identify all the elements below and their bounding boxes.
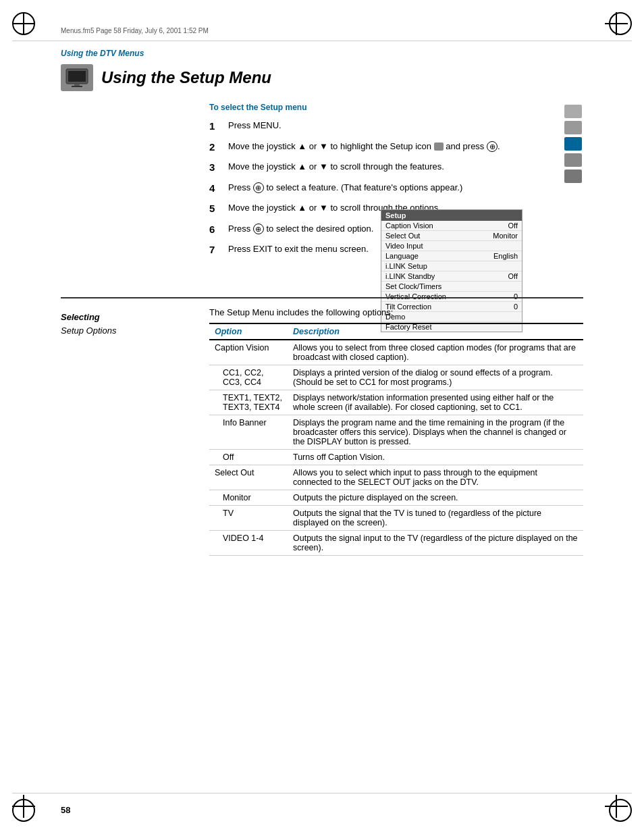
table-row: VIDEO 1-4 Outputs the signal input to th…	[209, 531, 583, 556]
corner-tr	[605, 12, 632, 39]
menu-icon-4	[564, 153, 582, 167]
step-4: 4 Press ⊕ to select a feature. (That fea…	[209, 181, 583, 197]
table-row: Select Out Allows you to select which in…	[209, 465, 583, 490]
desc-tv: Outputs the signal that the TV is tuned …	[288, 506, 583, 531]
menu-icon-2	[564, 121, 582, 134]
option-cc1: CC1, CC2,CC3, CC4	[209, 365, 288, 390]
option-tv: TV	[209, 506, 288, 531]
desc-cc1: Displays a printed version of the dialog…	[288, 365, 583, 390]
desc-video14: Outputs the signal input to the TV (rega…	[288, 531, 583, 556]
setup-menu-title: Setup	[381, 210, 522, 221]
step-num-3: 3	[209, 160, 224, 176]
col-header-option: Option	[209, 323, 288, 340]
section-icon	[61, 64, 93, 91]
step-num-7: 7	[209, 242, 224, 258]
section-divider	[61, 297, 583, 298]
menu-icons-column	[564, 105, 582, 183]
corner-bl	[12, 795, 39, 822]
menu-icon-3-active	[564, 137, 582, 151]
file-info: Menus.fm5 Page 58 Friday, July 6, 2001 1…	[61, 27, 209, 34]
menu-row-language: LanguageEnglish	[381, 251, 522, 261]
step-num-6: 6	[209, 222, 224, 238]
table-row: Off Turns off Caption Vision.	[209, 450, 583, 465]
table-row: TV Outputs the signal that the TV is tun…	[209, 506, 583, 531]
desc-select-out: Allows you to select which input to pass…	[288, 465, 583, 490]
svg-rect-1	[68, 71, 86, 82]
menu-row-selectout: Select OutMonitor	[381, 231, 522, 241]
step-text-3: Move the joystick ▲ or ▼ to scroll throu…	[228, 160, 583, 174]
menu-row-videoinput: Video Input	[381, 241, 522, 251]
table-row: Caption Vision Allows you to select from…	[209, 340, 583, 365]
step-text-1: Press MENU.	[228, 119, 583, 132]
menu-icon-5	[564, 170, 582, 183]
desc-off: Turns off Caption Vision.	[288, 450, 583, 465]
step-num-5: 5	[209, 201, 224, 217]
table-row: Monitor Outputs the picture displayed on…	[209, 490, 583, 506]
step-num-4: 4	[209, 181, 224, 197]
table-row: Info Banner Displays the program name an…	[209, 415, 583, 450]
page-number: 58	[61, 805, 70, 815]
setup-menu-area: Setup Caption VisionOff Select OutMonito…	[564, 105, 583, 183]
option-video14: VIDEO 1-4	[209, 531, 288, 556]
option-select-out: Select Out	[209, 465, 288, 490]
col-header-description: Description	[288, 323, 583, 340]
step-3: 3 Move the joystick ▲ or ▼ to scroll thr…	[209, 160, 583, 176]
corner-br	[605, 795, 632, 822]
corner-tl	[12, 12, 39, 39]
desc-text1: Displays network/station information pre…	[288, 390, 583, 415]
menu-row-ilinkstandby: i.LINK StandbyOff	[381, 271, 522, 282]
menu-row-ilinksetup: i.LINK Setup	[381, 261, 522, 271]
menu-row-caption: Caption VisionOff	[381, 221, 522, 231]
desc-monitor: Outputs the picture displayed on the scr…	[288, 490, 583, 506]
option-off: Off	[209, 450, 288, 465]
options-section: The Setup Menu includes the following op…	[209, 307, 583, 556]
menu-icon-1	[564, 105, 582, 118]
left-section-label: Selecting Setup Options	[61, 311, 116, 337]
step-2: 2 Move the joystick ▲ or ▼ to highlight …	[209, 140, 583, 155]
options-table: Option Description Caption Vision Allows…	[209, 323, 583, 556]
bottom-divider	[12, 793, 632, 793]
desc-info-banner: Displays the program name and the time r…	[288, 415, 583, 450]
step-num-2: 2	[209, 140, 224, 155]
option-monitor: Monitor	[209, 490, 288, 506]
svg-rect-3	[72, 86, 82, 87]
table-row: TEXT1, TEXT2,TEXT3, TEXT4 Displays netwo…	[209, 390, 583, 415]
step-text-2: Move the joystick ▲ or ▼ to highlight th…	[228, 140, 583, 153]
header-divider	[12, 41, 632, 41]
left-label-line2: Setup Options	[61, 325, 116, 336]
step-num-1: 1	[209, 119, 224, 134]
page-title: Using the Setup Menu	[101, 68, 271, 87]
table-row: CC1, CC2,CC3, CC4 Displays a printed ver…	[209, 365, 583, 390]
option-text1: TEXT1, TEXT2,TEXT3, TEXT4	[209, 390, 288, 415]
step-1: 1 Press MENU.	[209, 119, 583, 134]
option-caption-vision: Caption Vision	[209, 340, 288, 365]
desc-caption-vision: Allows you to select from three closed c…	[288, 340, 583, 365]
options-intro: The Setup Menu includes the following op…	[209, 307, 583, 317]
instructions-heading: To select the Setup menu	[209, 103, 583, 112]
section-title-area: Using the Setup Menu	[61, 64, 271, 91]
left-label-line1: Selecting	[61, 311, 116, 324]
menu-row-clock: Set Clock/Timers	[381, 282, 522, 292]
breadcrumb: Using the DTV Menus	[61, 49, 144, 58]
step-text-4: Press ⊕ to select a feature. (That featu…	[228, 181, 583, 194]
option-info-banner: Info Banner	[209, 415, 288, 450]
